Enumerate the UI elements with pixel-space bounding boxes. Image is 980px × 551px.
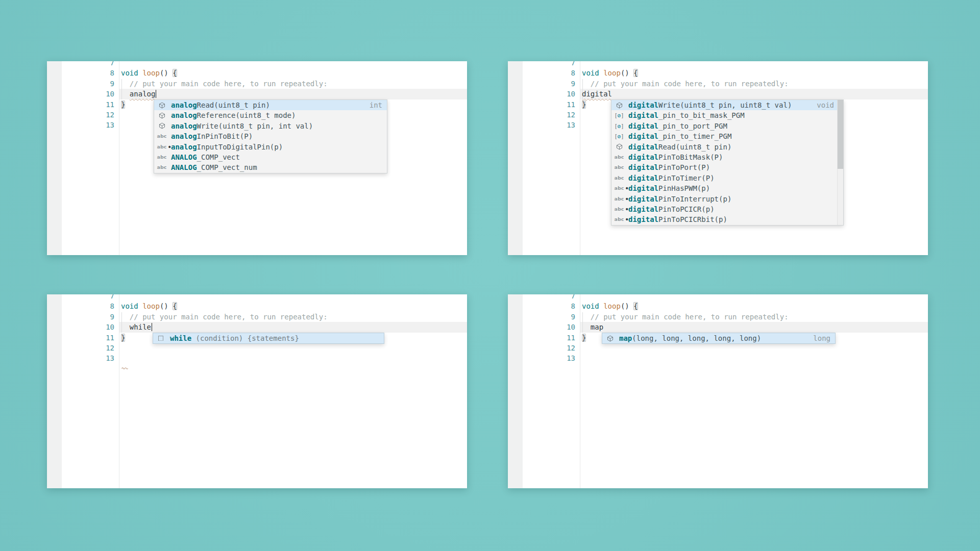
method-icon bbox=[156, 121, 167, 131]
completion-rest: _COMP_vect_num bbox=[197, 163, 257, 171]
completion-item[interactable]: [⊘]digital_pin_to_port_PGM bbox=[611, 121, 843, 131]
completion-rest: Reference(uint8_t mode) bbox=[197, 111, 296, 119]
bracket-match: { bbox=[633, 302, 638, 310]
completion-prefix: analog bbox=[171, 111, 197, 119]
code-token-function: loop bbox=[603, 69, 621, 77]
completion-prefix: map bbox=[619, 334, 632, 342]
current-line-highlight bbox=[580, 322, 928, 332]
completion-rest: InputToDigitalPin(p) bbox=[197, 143, 283, 151]
text-suggestion-icon: abc bbox=[156, 142, 167, 152]
completion-item[interactable]: abc•digitalPinToInterrupt(p) bbox=[611, 194, 843, 204]
typed-text: map bbox=[591, 323, 603, 331]
completion-item[interactable]: abcANALOG_COMP_vect_num bbox=[154, 162, 387, 172]
completion-item[interactable]: abc•analogInputToDigitalPin(p) bbox=[154, 142, 387, 152]
completion-rest: _pin_to_port_PGM bbox=[658, 122, 727, 130]
bracket-match: } bbox=[121, 334, 125, 342]
text-cursor bbox=[156, 90, 157, 98]
autocomplete-popup: digitalWrite(uint8_t pin, uint8_t val)vo… bbox=[611, 99, 844, 226]
completion-prefix: digital bbox=[628, 122, 658, 130]
text-suggestion-icon: abc bbox=[614, 204, 625, 214]
completion-label: digitalWrite(uint8_t pin, uint8_t val) bbox=[628, 100, 792, 110]
completion-item[interactable]: digitalRead(uint8_t pin) bbox=[611, 142, 843, 152]
completion-label: ANALOG_COMP_vect_num bbox=[171, 162, 257, 172]
completion-rest: PinHasPWM(p) bbox=[658, 184, 710, 192]
indent-spaces bbox=[582, 323, 591, 331]
text-suggestion-icon: abc bbox=[614, 194, 625, 204]
completion-label: digitalPinToBitMask(P) bbox=[628, 152, 723, 162]
code-token: () bbox=[160, 69, 173, 77]
macro-icon: [⊘] bbox=[614, 110, 625, 120]
text-suggestion-icon: abc bbox=[614, 162, 625, 172]
method-icon bbox=[604, 333, 616, 343]
current-line-highlight bbox=[580, 89, 928, 99]
code-token-keyword: void bbox=[121, 302, 142, 310]
completion-item[interactable]: abc•digitalPinHasPWM(p) bbox=[611, 183, 843, 193]
completion-label: digital_pin_to_bit_mask_PGM bbox=[628, 110, 745, 120]
completion-item[interactable]: map(long, long, long, long, long)long bbox=[602, 333, 835, 343]
completion-prefix: digital bbox=[628, 174, 658, 182]
completion-rest: _COMP_vect bbox=[197, 153, 240, 161]
completion-item[interactable]: abcdigitalPinToTimer(P) bbox=[611, 173, 843, 183]
completion-item[interactable]: abcANALOG_COMP_vect bbox=[154, 152, 387, 162]
member-bullet: • bbox=[625, 214, 629, 224]
text-cursor bbox=[152, 323, 153, 331]
completion-item[interactable]: analogRead(uint8_t pin)int bbox=[154, 100, 387, 110]
code-line: void loop() { bbox=[121, 68, 177, 78]
code-text-area[interactable]: void loop() { // put your main code here… bbox=[47, 294, 467, 488]
completion-item[interactable]: analogWrite(uint8_t pin, int val) bbox=[154, 121, 387, 131]
completion-item[interactable]: abcdigitalPinToBitMask(P) bbox=[611, 152, 843, 162]
bracket-match: { bbox=[173, 69, 177, 77]
return-type: long bbox=[813, 333, 830, 343]
completion-label: map(long, long, long, long, long) bbox=[619, 333, 761, 343]
completion-prefix: digital bbox=[628, 143, 658, 151]
completion-label: digitalPinToInterrupt(p) bbox=[628, 194, 731, 204]
current-line-highlight bbox=[119, 89, 467, 99]
completion-item[interactable]: abcanalogInPinToBit(P) bbox=[154, 131, 387, 141]
completion-rest: PinToBitMask(P) bbox=[658, 153, 723, 161]
code-line-comment: // put your main code here, to run repea… bbox=[121, 312, 328, 322]
completion-label: digitalPinToPort(P) bbox=[628, 162, 710, 172]
scrollbar-thumb[interactable] bbox=[838, 100, 843, 169]
completion-rest: PinToPCICR(p) bbox=[658, 205, 715, 213]
completion-prefix: digital bbox=[628, 111, 658, 119]
method-icon bbox=[614, 100, 625, 110]
autocomplete-popup: map(long, long, long, long, long)long bbox=[602, 333, 836, 344]
completion-item[interactable]: abc•digitalPinToPCICRbit(p) bbox=[611, 214, 843, 224]
return-type: int bbox=[370, 100, 382, 110]
completion-item[interactable]: while (condition) {statements} bbox=[153, 333, 384, 343]
autocomplete-popup: analogRead(uint8_t pin)intanalogReferenc… bbox=[154, 99, 387, 173]
completion-item[interactable]: digitalWrite(uint8_t pin, uint8_t val)vo… bbox=[611, 100, 843, 110]
completion-item[interactable]: analogReference(uint8_t mode) bbox=[154, 110, 387, 120]
completion-label: digitalRead(uint8_t pin) bbox=[628, 142, 731, 152]
completion-item[interactable]: abcdigitalPinToPort(P) bbox=[611, 162, 843, 172]
method-icon bbox=[614, 142, 625, 152]
text-suggestion-icon: abc bbox=[156, 152, 167, 162]
code-token: () bbox=[621, 302, 633, 310]
completion-prefix: digital bbox=[628, 184, 658, 192]
completion-prefix: while bbox=[170, 334, 191, 342]
completion-prefix: analog bbox=[171, 132, 197, 140]
completion-item[interactable]: [⊘]digital_pin_to_bit_mask_PGM bbox=[611, 110, 843, 120]
code-line-typed: while bbox=[121, 322, 152, 332]
member-bullet: • bbox=[625, 204, 629, 214]
completion-label: ANALOG_COMP_vect bbox=[171, 152, 240, 162]
completion-item[interactable]: [⊘]digital_pin_to_timer_PGM bbox=[611, 131, 843, 141]
current-line-highlight bbox=[119, 322, 467, 332]
code-line: void loop() { bbox=[121, 301, 177, 311]
completion-label: analogInPinToBit(P) bbox=[171, 131, 253, 141]
code-text-area[interactable]: void loop() { // put your main code here… bbox=[508, 294, 928, 488]
code-token-function: loop bbox=[142, 69, 160, 77]
completion-item[interactable]: abc•digitalPinToPCICR(p) bbox=[611, 204, 843, 214]
completion-rest: _pin_to_timer_PGM bbox=[658, 132, 731, 140]
completion-rest: InPinToBit(P) bbox=[197, 132, 253, 140]
bracket-match: { bbox=[173, 302, 177, 310]
completion-label: analogInputToDigitalPin(p) bbox=[171, 142, 283, 152]
autocomplete-popup: while (condition) {statements} bbox=[153, 333, 384, 344]
completion-rest: PinToTimer(P) bbox=[658, 174, 715, 182]
completion-label: digitalPinToPCICR(p) bbox=[628, 204, 715, 214]
completion-rest: PinToPCICRbit(p) bbox=[658, 215, 727, 223]
completion-label: analogRead(uint8_t pin) bbox=[171, 100, 270, 110]
analog-completion-editor-panel: 7 8 9 10 11 12 13 void loop() { // put y… bbox=[47, 61, 467, 255]
dropdown-scrollbar[interactable] bbox=[837, 100, 843, 225]
code-token-function: loop bbox=[603, 302, 621, 310]
